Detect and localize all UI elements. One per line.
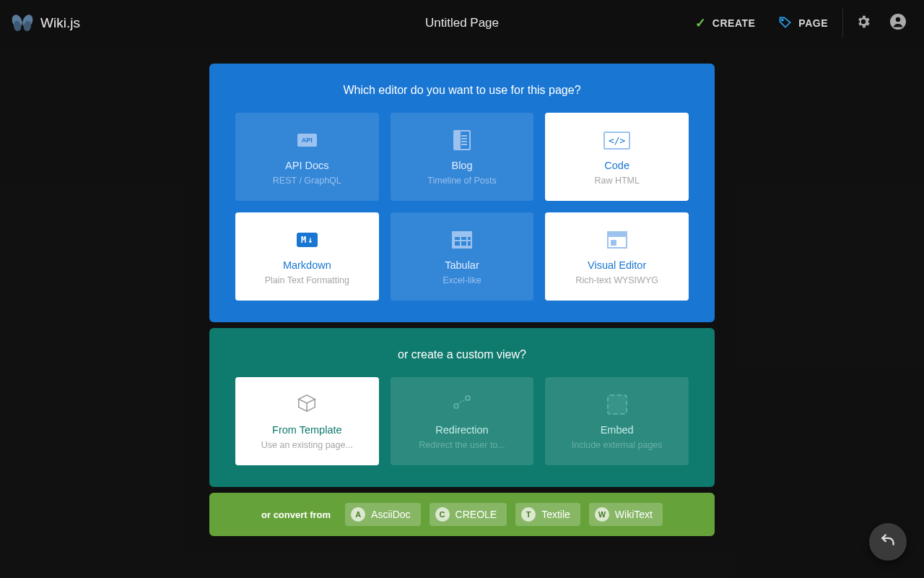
card-embed[interactable]: EmbedInclude external pages (545, 377, 689, 465)
card-visual-editor[interactable]: Visual EditorRich-text WYSIWYG (545, 212, 689, 301)
convert-creole[interactable]: CCREOLE (430, 503, 507, 526)
embed-icon (607, 392, 627, 417)
card-subtitle: Raw HTML (594, 176, 640, 186)
card-title: From Template (272, 424, 341, 436)
card-subtitle: Plain Text Formatting (265, 275, 349, 285)
page-button[interactable]: PAGE (767, 0, 840, 46)
card-markdown[interactable]: MMarkdownPlain Text Formatting (235, 212, 379, 301)
settings-button[interactable] (846, 0, 881, 46)
custom-prompt: or create a custom view? (235, 348, 689, 361)
editor-section: Which editor do you want to use for this… (209, 64, 715, 322)
card-subtitle: Include external pages (572, 440, 663, 450)
card-title: Code (604, 160, 629, 171)
convert-chip-label: CREOLE (456, 509, 497, 520)
page-title: Untitled Page (425, 16, 499, 30)
app-toolbar: Wiki.js Untitled Page ✓ CREATE PAGE (0, 0, 924, 46)
code-icon: </> (603, 128, 630, 152)
svg-point-2 (896, 17, 900, 22)
card-subtitle: Rich-text WYSIWYG (575, 275, 658, 285)
md-icon: M (297, 228, 317, 252)
card-api-docs[interactable]: APIAPI DocsREST / GraphQL (235, 113, 379, 201)
card-title: Blog (451, 160, 472, 171)
card-from-template[interactable]: From TemplateUse an existing page... (235, 377, 379, 465)
create-button[interactable]: ✓ CREATE (684, 0, 767, 46)
toolbar-divider (842, 9, 843, 38)
card-redirection[interactable]: RedirectionRedirect the user to... (391, 377, 534, 465)
page-label: PAGE (798, 17, 828, 29)
tag-icon (778, 15, 793, 32)
card-blog[interactable]: BlogTimeline of Posts (391, 113, 534, 201)
brand-name: Wiki.js (40, 15, 80, 31)
undo-fab[interactable] (869, 523, 907, 561)
convert-badge-icon: A (351, 507, 365, 522)
card-subtitle: Redirect the user to... (419, 440, 505, 450)
redir-icon (450, 392, 474, 417)
convert-chip-label: WikiText (615, 509, 653, 520)
account-button[interactable] (881, 0, 915, 46)
create-label: CREATE (712, 17, 756, 29)
card-subtitle: Use an existing page... (261, 440, 353, 450)
custom-view-section: or create a custom view? From TemplateUs… (209, 328, 715, 487)
card-code[interactable]: </>CodeRaw HTML (545, 113, 689, 201)
card-title: Tabular (445, 259, 479, 271)
toolbar-right: ✓ CREATE PAGE (684, 0, 915, 46)
gear-icon (855, 14, 871, 33)
editor-select-modal: Which editor do you want to use for this… (209, 64, 715, 536)
convert-section: or convert from AAsciiDocCCREOLETTextile… (209, 493, 715, 536)
check-icon: ✓ (695, 15, 707, 31)
card-title: Embed (601, 424, 634, 436)
card-subtitle: REST / GraphQL (273, 176, 341, 186)
convert-wikitext[interactable]: WWikiText (589, 503, 663, 526)
table-icon (452, 228, 472, 252)
convert-badge-icon: T (521, 507, 536, 522)
api-icon: API (297, 128, 317, 152)
convert-badge-icon: W (595, 507, 609, 522)
blog-icon (453, 128, 471, 152)
convert-label: or convert from (261, 509, 331, 520)
account-icon (889, 13, 907, 33)
convert-badge-icon: C (435, 507, 450, 522)
tmpl-icon (296, 392, 318, 417)
card-title: Markdown (283, 259, 331, 271)
convert-chip-label: Textile (541, 509, 570, 520)
svg-point-0 (782, 19, 783, 20)
undo-icon (879, 530, 897, 553)
card-subtitle: Timeline of Posts (427, 176, 496, 186)
card-tabular[interactable]: TabularExcel-like (391, 212, 534, 301)
card-title: Redirection (435, 424, 488, 436)
card-subtitle: Excel-like (443, 275, 481, 285)
convert-textile[interactable]: TTextile (515, 503, 580, 526)
card-title: API Docs (285, 160, 328, 171)
ve-icon (607, 228, 627, 252)
convert-asciidoc[interactable]: AAsciiDoc (345, 503, 420, 526)
card-title: Visual Editor (588, 259, 646, 271)
wikijs-logo-icon (12, 12, 33, 34)
editor-prompt: Which editor do you want to use for this… (235, 84, 689, 97)
brand[interactable]: Wiki.js (12, 12, 80, 34)
convert-chip-label: AsciiDoc (371, 509, 410, 520)
